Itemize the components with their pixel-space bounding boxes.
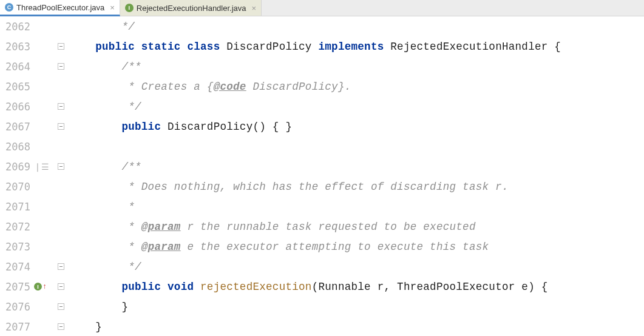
fold-toggle-icon[interactable] bbox=[58, 163, 64, 170]
code-line[interactable]: 2064 /** bbox=[0, 56, 644, 76]
line-number: 2071 bbox=[0, 201, 34, 213]
fold-region bbox=[52, 263, 69, 270]
line-number: 2076 bbox=[0, 301, 34, 313]
line-number: 2077 bbox=[0, 321, 34, 333]
fold-toggle-icon[interactable] bbox=[58, 123, 64, 130]
code-text[interactable]: /** bbox=[69, 61, 644, 73]
line-number: 2062 bbox=[0, 21, 34, 33]
code-line[interactable]: 2072 * @param r the runnable task reques… bbox=[0, 217, 644, 237]
code-line[interactable]: 2075I↑ public void rejectedExecution(Run… bbox=[0, 277, 644, 297]
line-number: 2073 bbox=[0, 241, 34, 253]
class-icon: C bbox=[5, 3, 13, 12]
code-text[interactable]: public void rejectedExecution(Runnable r… bbox=[69, 281, 644, 293]
line-number: 2074 bbox=[0, 261, 34, 273]
fold-toggle-icon[interactable] bbox=[58, 63, 64, 70]
fold-toggle-icon[interactable] bbox=[58, 103, 64, 110]
line-number: 2065 bbox=[0, 81, 34, 93]
fold-region bbox=[52, 63, 69, 70]
line-number: 2075 bbox=[0, 281, 34, 293]
code-line[interactable]: 2063 public static class DiscardPolicy i… bbox=[0, 36, 644, 56]
code-line[interactable]: 2070 * Does nothing, which has the effec… bbox=[0, 176, 644, 197]
gutter-marker: ❘☰ bbox=[34, 162, 52, 172]
code-editor[interactable]: 2062 */2063 public static class DiscardP… bbox=[0, 16, 644, 336]
code-text[interactable]: * Creates a {@code DiscardPolicy}. bbox=[69, 81, 644, 93]
code-text[interactable]: */ bbox=[69, 21, 644, 33]
code-text[interactable]: public static class DiscardPolicy implem… bbox=[69, 41, 644, 53]
tab-label: RejectedExecutionHandler.java bbox=[137, 4, 246, 13]
code-text[interactable]: * @param r the runnable task requested t… bbox=[69, 221, 644, 233]
interface-icon: I bbox=[125, 4, 134, 12]
code-line[interactable]: 2073 * @param e the executor attempting … bbox=[0, 237, 644, 257]
code-line[interactable]: 2066 */ bbox=[0, 96, 644, 116]
line-number: 2066 bbox=[0, 101, 34, 113]
code-text[interactable]: public DiscardPolicy() { } bbox=[69, 121, 644, 133]
code-line[interactable]: 2068 bbox=[0, 136, 644, 156]
fold-region bbox=[52, 103, 69, 110]
fold-toggle-icon[interactable] bbox=[58, 303, 64, 310]
fold-region bbox=[52, 303, 69, 310]
code-line[interactable]: 2069❘☰ /** bbox=[0, 156, 644, 176]
code-line[interactable]: 2071 * bbox=[0, 197, 644, 217]
code-text[interactable]: } bbox=[69, 321, 644, 333]
doc-comment-icon[interactable]: ❘☰ bbox=[34, 162, 49, 172]
code-line[interactable]: 2074 */ bbox=[0, 257, 644, 277]
code-line[interactable]: 2065 * Creates a {@code DiscardPolicy}. bbox=[0, 76, 644, 96]
gutter-marker: I↑ bbox=[34, 283, 52, 291]
fold-toggle-icon[interactable] bbox=[58, 43, 64, 50]
code-text[interactable]: */ bbox=[69, 101, 644, 113]
code-line[interactable]: 2077 } bbox=[0, 317, 644, 336]
fold-toggle-icon[interactable] bbox=[58, 263, 64, 270]
up-arrow-icon: ↑ bbox=[42, 283, 47, 291]
code-line[interactable]: 2067 public DiscardPolicy() { } bbox=[0, 116, 644, 136]
tab-label: ThreadPoolExecutor.java bbox=[16, 3, 104, 12]
close-icon[interactable]: × bbox=[249, 4, 257, 13]
fold-toggle-icon[interactable] bbox=[58, 323, 64, 330]
tab-threadpoolexecutor[interactable]: C ThreadPoolExecutor.java × bbox=[0, 0, 120, 16]
close-icon[interactable]: × bbox=[107, 3, 115, 12]
line-number: 2069 bbox=[0, 161, 34, 173]
line-number: 2068 bbox=[0, 141, 34, 153]
fold-toggle-icon[interactable] bbox=[58, 283, 64, 290]
code-text[interactable]: * Does nothing, which has the effect of … bbox=[69, 181, 644, 193]
code-text[interactable]: * bbox=[69, 201, 644, 213]
code-text[interactable]: } bbox=[69, 301, 644, 313]
fold-region bbox=[52, 283, 69, 290]
implements-icon[interactable]: I bbox=[34, 283, 42, 291]
fold-region bbox=[52, 163, 69, 170]
fold-region bbox=[52, 43, 69, 50]
code-line[interactable]: 2062 */ bbox=[0, 16, 644, 36]
fold-region bbox=[52, 323, 69, 330]
code-line[interactable]: 2076 } bbox=[0, 297, 644, 317]
line-number: 2067 bbox=[0, 121, 34, 133]
line-number: 2070 bbox=[0, 181, 34, 193]
line-number: 2063 bbox=[0, 41, 34, 53]
code-text[interactable]: * @param e the executor attempting to ex… bbox=[69, 241, 644, 253]
line-number: 2064 bbox=[0, 61, 34, 73]
line-number: 2072 bbox=[0, 221, 34, 233]
code-text[interactable]: /** bbox=[69, 161, 644, 173]
tab-rejectedexecutionhandler[interactable]: I RejectedExecutionHandler.java × bbox=[120, 0, 262, 16]
fold-region bbox=[52, 123, 69, 130]
code-text[interactable]: */ bbox=[69, 261, 644, 273]
editor-tabs: C ThreadPoolExecutor.java × I RejectedEx… bbox=[0, 0, 644, 16]
